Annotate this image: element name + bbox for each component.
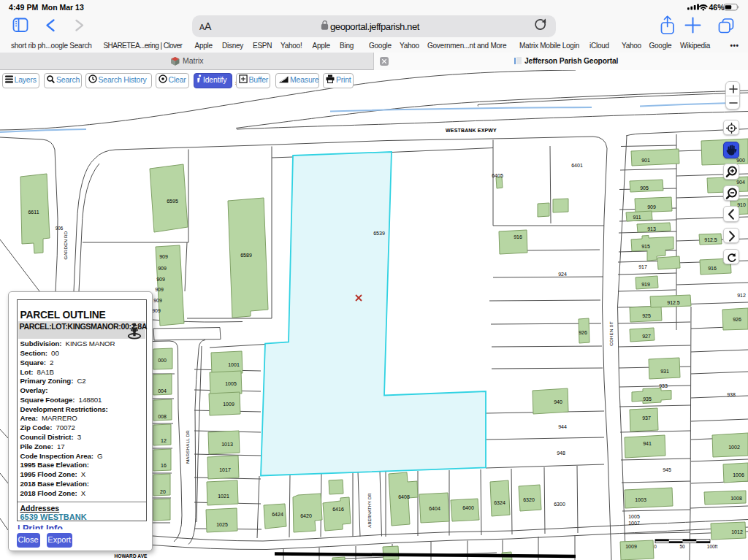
svg-text:909: 909 — [647, 204, 656, 210]
svg-text:1008: 1008 — [730, 496, 742, 501]
svg-text:916: 916 — [708, 266, 717, 271]
svg-text:1017: 1017 — [219, 467, 231, 472]
svg-text:944: 944 — [558, 424, 567, 429]
svg-text:MARSHALL DR: MARSHALL DR — [185, 430, 190, 464]
svg-text:004: 004 — [158, 388, 167, 394]
svg-text:1012: 1012 — [731, 529, 743, 534]
svg-text:6401: 6401 — [571, 163, 583, 168]
svg-text:6400: 6400 — [462, 505, 474, 510]
svg-text:900: 900 — [736, 158, 745, 163]
svg-text:6539: 6539 — [373, 231, 385, 236]
svg-text:008: 008 — [158, 414, 167, 419]
svg-text:905: 905 — [640, 185, 649, 191]
svg-text:1003: 1003 — [635, 497, 646, 502]
svg-text:909: 909 — [159, 254, 168, 259]
svg-text:915: 915 — [641, 244, 650, 249]
svg-text:912.5: 912.5 — [704, 237, 717, 242]
svg-text:6320: 6320 — [523, 497, 535, 502]
svg-text:911: 911 — [633, 215, 641, 220]
svg-text:6424: 6424 — [272, 512, 283, 517]
svg-text:909: 909 — [156, 277, 165, 282]
svg-text:HOWARD AVE: HOWARD AVE — [114, 553, 148, 559]
svg-text:925: 925 — [642, 313, 651, 318]
svg-text:927: 927 — [642, 334, 651, 339]
svg-text:1025: 1025 — [216, 522, 228, 527]
svg-text:1007: 1007 — [628, 521, 640, 526]
svg-text:919: 919 — [641, 282, 650, 287]
svg-text:926: 926 — [579, 330, 587, 335]
svg-text:ABERNATHY DR: ABERNATHY DR — [367, 493, 372, 527]
svg-text:938: 938 — [727, 392, 736, 397]
svg-text:1013: 1013 — [221, 442, 233, 447]
svg-text:WESTBANK EXPWY: WESTBANK EXPWY — [446, 128, 497, 133]
svg-text:1005: 1005 — [628, 514, 640, 519]
svg-text:6408: 6408 — [398, 494, 410, 499]
svg-text:948: 948 — [557, 450, 565, 456]
svg-text:12: 12 — [161, 438, 167, 443]
svg-text:901: 901 — [641, 158, 650, 163]
svg-text:1006: 1006 — [733, 472, 744, 477]
svg-text:50: 50 — [679, 544, 685, 549]
svg-text:941: 941 — [643, 441, 652, 446]
svg-text:6404: 6404 — [429, 506, 440, 511]
svg-text:913: 913 — [647, 226, 656, 231]
svg-text:6405: 6405 — [492, 173, 503, 178]
svg-text:1009: 1009 — [223, 402, 234, 407]
svg-text:926: 926 — [733, 317, 741, 322]
svg-text:937: 937 — [642, 415, 651, 421]
svg-text:0: 0 — [654, 544, 657, 549]
svg-text:909: 909 — [158, 266, 167, 271]
svg-text:6589: 6589 — [240, 253, 252, 258]
svg-text:912: 912 — [737, 293, 746, 298]
svg-text:931: 931 — [660, 369, 669, 374]
svg-text:1009: 1009 — [625, 544, 637, 549]
svg-text:20: 20 — [160, 489, 166, 494]
svg-text:6416: 6416 — [332, 507, 344, 512]
svg-text:GARDEN RD: GARDEN RD — [63, 231, 68, 259]
svg-text:1021: 1021 — [218, 494, 229, 499]
svg-text:000: 000 — [158, 358, 167, 363]
svg-text:6324: 6324 — [494, 500, 505, 505]
svg-text:6595: 6595 — [167, 199, 178, 204]
svg-text:16: 16 — [161, 463, 167, 468]
svg-text:935: 935 — [643, 396, 652, 402]
svg-text:924: 924 — [558, 272, 567, 277]
svg-text:945: 945 — [663, 467, 671, 472]
svg-text:1001: 1001 — [228, 362, 240, 367]
svg-text:909: 909 — [155, 287, 164, 292]
svg-text:906: 906 — [56, 226, 64, 231]
svg-text:916: 916 — [514, 234, 522, 239]
svg-text:6300: 6300 — [554, 502, 565, 507]
svg-text:940: 940 — [554, 399, 562, 404]
svg-text:1005: 1005 — [225, 381, 237, 386]
svg-text:COHEN ST: COHEN ST — [608, 321, 614, 346]
svg-text:1002: 1002 — [728, 445, 740, 450]
svg-text:933: 933 — [659, 383, 668, 388]
svg-text:6611: 6611 — [28, 210, 39, 215]
svg-text:6420: 6420 — [300, 513, 312, 518]
svg-text:912.5: 912.5 — [667, 300, 680, 305]
svg-text:909: 909 — [153, 298, 162, 303]
svg-text:917: 917 — [638, 264, 647, 269]
svg-text:904: 904 — [736, 180, 745, 185]
svg-text:909: 909 — [152, 308, 161, 313]
svg-text:100ft: 100ft — [707, 544, 718, 549]
